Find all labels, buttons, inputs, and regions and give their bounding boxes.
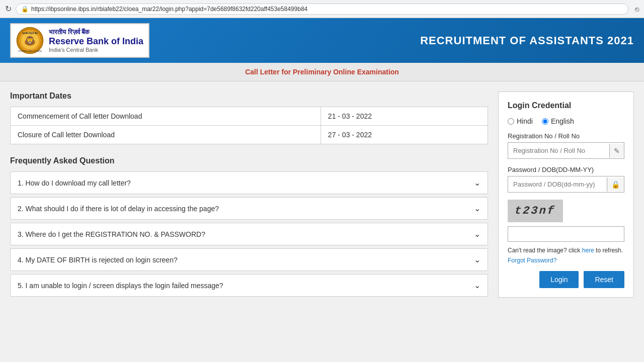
captcha-input[interactable] bbox=[508, 226, 624, 242]
chevron-down-icon: ⌄ bbox=[474, 281, 480, 290]
faq-question[interactable]: 5. I am unable to login / screen display… bbox=[11, 275, 488, 296]
reg-input-group: ✎ bbox=[508, 142, 624, 159]
cant-read-text: Can't read the image? click bbox=[508, 247, 582, 254]
edit-icon: ✎ bbox=[609, 144, 624, 158]
page-title: RECRUITMENT OF ASSISTANTS 2021 bbox=[420, 34, 634, 47]
table-row: Closure of Call letter Download 27 - 03 … bbox=[11, 126, 488, 144]
left-panel: Important Dates Commencement of Call let… bbox=[10, 92, 488, 300]
reset-button[interactable]: Reset bbox=[584, 271, 624, 288]
chevron-down-icon: ⌄ bbox=[474, 229, 480, 239]
date-value: 27 - 03 - 2022 bbox=[320, 126, 488, 144]
faq-item[interactable]: 3. Where do I get the REGISTRATION NO. &… bbox=[10, 223, 488, 245]
cant-read-suffix: to refresh. bbox=[594, 247, 623, 254]
chevron-down-icon: ⌄ bbox=[474, 204, 480, 213]
hindi-radio[interactable] bbox=[508, 118, 514, 125]
login-buttons: Login Reset bbox=[508, 271, 624, 288]
date-label: Commencement of Call letter Download bbox=[11, 107, 321, 126]
refresh-icon[interactable]: ↻ bbox=[5, 4, 12, 14]
refresh-captcha-link[interactable]: here bbox=[582, 247, 594, 254]
password-label: Password / DOB(DD-MM-YY) bbox=[508, 166, 624, 173]
table-row: Commencement of Call letter Download 21 … bbox=[11, 107, 488, 126]
captcha-hint: Can't read the image? click here to refr… bbox=[508, 246, 624, 255]
hindi-name: भारतीय रिज़र्व बैंक bbox=[49, 28, 143, 36]
login-panel: Login Credential Hindi English Registrat… bbox=[498, 92, 634, 298]
english-label: English bbox=[551, 117, 574, 125]
faq-question[interactable]: 1. How do I download my call letter? ⌄ bbox=[11, 172, 488, 194]
faq-question[interactable]: 2. What should I do if there is lot of d… bbox=[11, 198, 488, 219]
password-lock-icon: 🔒 bbox=[607, 177, 624, 192]
date-value: 21 - 03 - 2022 bbox=[320, 107, 488, 126]
forgot-password-link[interactable]: Forgot Password? bbox=[508, 257, 624, 264]
reg-label: Registration No / Roll No bbox=[508, 132, 624, 140]
svg-text:भारतीय रिज़र्व बैंक: भारतीय रिज़र्व बैंक bbox=[22, 32, 38, 35]
login-button[interactable]: Login bbox=[539, 271, 579, 288]
main-content: Important Dates Commencement of Call let… bbox=[0, 81, 644, 310]
english-radio[interactable] bbox=[542, 118, 548, 125]
hindi-label: Hindi bbox=[517, 117, 533, 125]
url-bar[interactable]: 🔒 https://ibpsonline.ibps.in/rbiafeb22/c… bbox=[16, 4, 628, 15]
faq-question-text: 2. What should I do if there is lot of d… bbox=[18, 205, 219, 213]
logo-text-area: भारतीय रिज़र्व बैंक Reserve Bank of Indi… bbox=[49, 28, 143, 53]
faq-question-text: 5. I am unable to login / screen display… bbox=[18, 282, 223, 290]
captcha-image: t23nf bbox=[508, 200, 563, 222]
svg-text:RESERVE BANK OF INDIA: RESERVE BANK OF INDIA bbox=[18, 50, 42, 52]
captcha-text: t23nf bbox=[514, 205, 556, 217]
english-radio-label[interactable]: English bbox=[542, 117, 574, 125]
important-dates-title: Important Dates bbox=[10, 92, 488, 101]
date-label: Closure of Call letter Download bbox=[11, 126, 321, 144]
password-input-group: 🔒 bbox=[508, 176, 624, 193]
faq-question-text: 1. How do I download my call letter? bbox=[18, 179, 131, 187]
faq-item[interactable]: 1. How do I download my call letter? ⌄ bbox=[10, 171, 488, 194]
chevron-down-icon: ⌄ bbox=[474, 255, 480, 264]
faq-title: Frequently Asked Question bbox=[10, 156, 488, 165]
faq-item[interactable]: 4. My DATE OF BIRTH is rejected on login… bbox=[10, 248, 488, 271]
faq-question[interactable]: 4. My DATE OF BIRTH is rejected on login… bbox=[11, 249, 488, 270]
chevron-down-icon: ⌄ bbox=[474, 178, 480, 188]
faq-question-text: 4. My DATE OF BIRTH is rejected on login… bbox=[18, 256, 178, 264]
sub-header-text: Call Letter for Preliminary Online Exami… bbox=[245, 68, 399, 76]
logo-area: 🦁 भारतीय रिज़र्व बैंक RESERVE BANK OF IN… bbox=[10, 23, 149, 58]
share-icon[interactable]: ⎋ bbox=[635, 5, 639, 13]
language-options: Hindi English bbox=[508, 117, 624, 125]
faq-item[interactable]: 5. I am unable to login / screen display… bbox=[10, 274, 488, 297]
url-text: https://ibpsonline.ibps.in/rbiafeb22/clo… bbox=[31, 6, 307, 13]
svg-text:🦁: 🦁 bbox=[25, 36, 35, 45]
english-name: Reserve Bank of India bbox=[49, 36, 143, 47]
faq-question[interactable]: 3. Where do I get the REGISTRATION NO. &… bbox=[11, 223, 488, 245]
site-header: 🦁 भारतीय रिज़र्व बैंक RESERVE BANK OF IN… bbox=[0, 18, 644, 63]
browser-chrome: ↻ 🔒 https://ibpsonline.ibps.in/rbiafeb22… bbox=[0, 0, 644, 18]
login-title: Login Credential bbox=[508, 101, 624, 110]
lock-icon: 🔒 bbox=[21, 6, 29, 13]
password-input[interactable] bbox=[508, 176, 607, 192]
logo-tagline: India's Central Bank bbox=[49, 47, 143, 53]
sub-header-banner: Call Letter for Preliminary Online Exami… bbox=[0, 63, 644, 81]
faq-item[interactable]: 2. What should I do if there is lot of d… bbox=[10, 197, 488, 220]
important-dates-table: Commencement of Call letter Download 21 … bbox=[10, 107, 488, 144]
hindi-radio-label[interactable]: Hindi bbox=[508, 117, 533, 125]
reg-input[interactable] bbox=[508, 143, 609, 158]
faq-list: 1. How do I download my call letter? ⌄ 2… bbox=[10, 171, 488, 297]
rbi-emblem: 🦁 भारतीय रिज़र्व बैंक RESERVE BANK OF IN… bbox=[16, 27, 44, 54]
faq-question-text: 3. Where do I get the REGISTRATION NO. &… bbox=[18, 230, 205, 238]
